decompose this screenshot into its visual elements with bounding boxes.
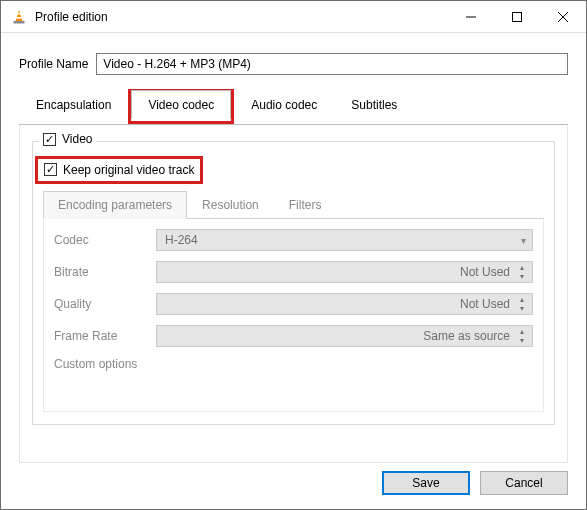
svg-rect-5 [513, 12, 522, 21]
profile-name-input[interactable] [96, 53, 568, 75]
tab-encapsulation[interactable]: Encapsulation [19, 90, 128, 125]
video-codec-panel: Video Keep original video track Encoding… [19, 125, 568, 463]
quality-row: Quality Not Used ▲▼ [54, 293, 533, 315]
keep-original-label: Keep original video track [63, 163, 194, 177]
codec-label: Codec [54, 233, 156, 247]
custom-options-row: Custom options [54, 357, 533, 371]
subtab-resolution[interactable]: Resolution [187, 191, 274, 219]
tab-video-codec[interactable]: Video codec [131, 90, 231, 119]
highlight-video-tab: Video codec [128, 89, 234, 124]
video-legend: Video [39, 132, 96, 146]
quality-spinner: Not Used ▲▼ [156, 293, 533, 315]
highlight-keep-original: Keep original video track [35, 156, 203, 184]
bitrate-value: Not Used [460, 265, 510, 279]
dialog-buttons: Save Cancel [382, 471, 568, 495]
bitrate-row: Bitrate Not Used ▲▼ [54, 261, 533, 283]
tab-bar: Encapsulation Video codec Audio codec Su… [19, 89, 568, 125]
keep-original-checkbox[interactable] [44, 163, 57, 176]
codec-select: H-264 ▾ [156, 229, 533, 251]
maximize-button[interactable] [494, 1, 540, 33]
framerate-row: Frame Rate Same as source ▲▼ [54, 325, 533, 347]
svg-rect-2 [15, 17, 22, 19]
spinner-arrows-icon: ▲▼ [514, 263, 530, 281]
tab-subtitles[interactable]: Subtitles [334, 90, 414, 125]
subtab-filters[interactable]: Filters [274, 191, 337, 219]
bitrate-label: Bitrate [54, 265, 156, 279]
quality-label: Quality [54, 297, 156, 311]
codec-row: Codec H-264 ▾ [54, 229, 533, 251]
bitrate-spinner: Not Used ▲▼ [156, 261, 533, 283]
tab-audio-codec[interactable]: Audio codec [234, 90, 334, 125]
framerate-label: Frame Rate [54, 329, 156, 343]
video-fieldset: Video Keep original video track Encoding… [32, 141, 555, 425]
custom-options-label: Custom options [54, 357, 156, 371]
svg-marker-0 [16, 10, 23, 21]
chevron-down-icon: ▾ [521, 235, 526, 246]
subtab-encoding[interactable]: Encoding parameters [43, 191, 187, 219]
codec-value: H-264 [165, 233, 198, 247]
quality-value: Not Used [460, 297, 510, 311]
video-checkbox[interactable] [43, 133, 56, 146]
subtab-bar: Encoding parameters Resolution Filters [43, 190, 544, 219]
save-button[interactable]: Save [382, 471, 470, 495]
dialog-content: Profile Name Encapsulation Video codec A… [1, 33, 586, 463]
minimize-button[interactable] [448, 1, 494, 33]
framerate-value: Same as source [423, 329, 510, 343]
keep-original-row: Keep original video track [43, 156, 544, 184]
cancel-button[interactable]: Cancel [480, 471, 568, 495]
encoding-panel: Codec H-264 ▾ Bitrate Not Used ▲▼ Qualit… [43, 219, 544, 412]
svg-rect-3 [14, 21, 25, 24]
titlebar: Profile edition [1, 1, 586, 33]
video-legend-label: Video [62, 132, 92, 146]
profile-name-label: Profile Name [19, 57, 88, 71]
spinner-arrows-icon: ▲▼ [514, 327, 530, 345]
spinner-arrows-icon: ▲▼ [514, 295, 530, 313]
close-button[interactable] [540, 1, 586, 33]
profile-name-row: Profile Name [19, 53, 568, 75]
window-title: Profile edition [35, 9, 448, 24]
vlc-icon [11, 9, 27, 25]
framerate-spinner: Same as source ▲▼ [156, 325, 533, 347]
svg-rect-1 [16, 13, 22, 15]
